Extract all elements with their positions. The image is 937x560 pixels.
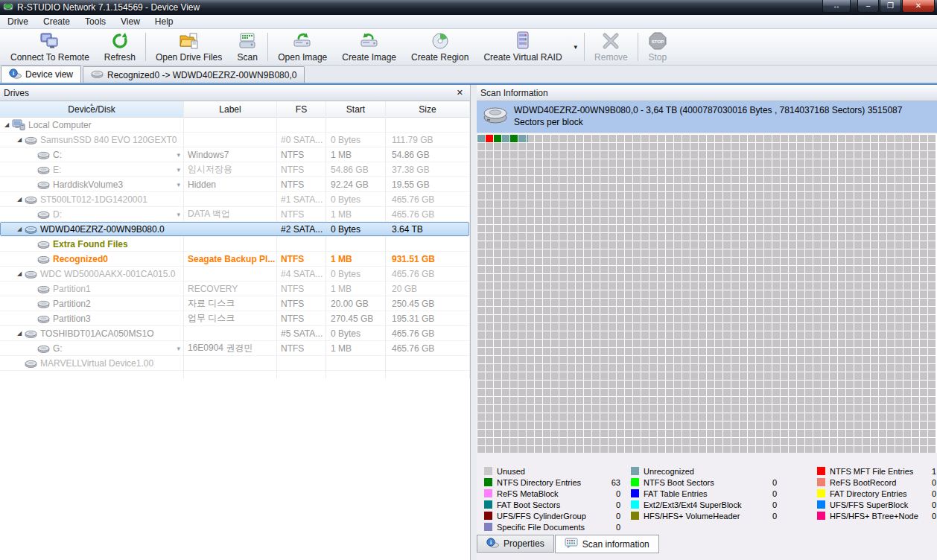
- remove-button[interactable]: Remove: [587, 29, 635, 65]
- drive-row-d[interactable]: D:▾DATA 백업NTFS1 MB465.76 GB: [0, 207, 470, 222]
- scan-block-unscanned: [772, 249, 780, 257]
- volume-dropdown-icon[interactable]: ▾: [177, 211, 180, 218]
- scan-block-unscanned: [830, 421, 837, 429]
- scan-block-unscanned: [789, 258, 796, 265]
- scan-block-unscanned: [699, 135, 706, 142]
- drive-row-marvellvirtual-device1-00[interactable]: MARVELLVirtual Device1.00: [0, 356, 470, 371]
- disk-icon: [37, 284, 50, 293]
- volume-dropdown-icon[interactable]: ▾: [177, 345, 180, 352]
- column-header-label[interactable]: Label: [184, 101, 277, 117]
- drive-row-wdwd40ezrz-00wn9b080-0[interactable]: ◢WDWD40EZRZ-00WN9B080.0#2 SATA...0 Bytes…: [0, 222, 470, 237]
- bottom-tab-scan-information[interactable]: Scan information: [555, 535, 659, 553]
- drive-row-e[interactable]: E:▾임시저장용NTFS54.86 GB37.38 GB: [0, 162, 470, 177]
- scan-block-unscanned: [641, 209, 649, 216]
- scan-block-unscanned: [887, 258, 895, 265]
- scan-block-unscanned: [510, 307, 518, 314]
- drive-row-partition1[interactable]: Partition1RECOVERYNTFS1 MB20 GB: [0, 281, 470, 296]
- create-region-button[interactable]: Create Region: [404, 29, 476, 65]
- scan-block-unscanned: [666, 381, 673, 388]
- volume-dropdown-icon[interactable]: ▾: [177, 166, 180, 174]
- drive-row-local-computer[interactable]: ◢Local Computer: [0, 118, 470, 133]
- scan-block-unscanned: [830, 151, 837, 159]
- scan-block-unscanned: [592, 274, 600, 281]
- open-drive-files-button[interactable]: Open Drive Files: [148, 29, 229, 65]
- view-tab-device-view[interactable]: iDevice view: [1, 66, 81, 83]
- window-close-button[interactable]: ✕: [902, 0, 935, 13]
- connect-to-remote-button[interactable]: Connect To Remote: [3, 29, 97, 65]
- tree-expander-icon[interactable]: ◢: [16, 196, 23, 203]
- scan-blocks-grid[interactable]: [477, 134, 937, 453]
- scan-block-unscanned: [682, 266, 690, 273]
- window-minimize-button[interactable]: –: [857, 0, 879, 13]
- scan-block-unscanned: [928, 135, 936, 142]
- drive-row-extra-found-files[interactable]: Extra Found Files: [0, 237, 470, 252]
- drive-row-st500lt012-1dg1420001[interactable]: ◢ST500LT012-1DG1420001#1 SATA...0 Bytes4…: [0, 192, 470, 207]
- scan-block-unscanned: [658, 274, 665, 281]
- drive-row-partition2[interactable]: Partition2자료 디스크NTFS20.00 GB250.45 GB: [0, 296, 470, 311]
- view-tab-recognized0[interactable]: Recognized0 -> WDWD40EZRZ-00WN9B080,0: [83, 66, 305, 83]
- volume-dropdown-icon[interactable]: ▾: [177, 181, 180, 188]
- scan-block-unscanned: [527, 331, 534, 339]
- scan-button[interactable]: Scan: [229, 29, 265, 65]
- scan-block-unscanned: [838, 266, 845, 273]
- scan-block-unscanned: [813, 381, 821, 388]
- scan-block-unscanned: [699, 323, 706, 331]
- window-resize-button[interactable]: ↔: [822, 0, 851, 13]
- scan-block-unscanned: [625, 397, 632, 404]
- tree-expander-icon[interactable]: ◢: [16, 330, 23, 337]
- create-virtual-raid-dropdown-arrow[interactable]: ▾: [570, 43, 582, 51]
- scan-block-unscanned: [502, 184, 509, 191]
- panel-splitter[interactable]: [471, 85, 477, 560]
- create-image-button[interactable]: Create Image: [334, 29, 404, 65]
- scan-block-unscanned: [846, 389, 854, 396]
- menu-tools[interactable]: Tools: [77, 15, 113, 28]
- menu-drive[interactable]: Drive: [0, 15, 36, 28]
- legend-item-fat-directory-entries: FAT Directory Entries0: [817, 488, 937, 499]
- drive-row-recognized0[interactable]: Recognized0Seagate Backup Pl...NTFS1 MB9…: [0, 252, 470, 267]
- column-header-start[interactable]: Start: [326, 101, 386, 117]
- scan-block-unscanned: [838, 381, 845, 388]
- menu-view[interactable]: View: [113, 15, 147, 28]
- bottom-tab-properties[interactable]: iProperties: [477, 535, 554, 553]
- column-header-fs[interactable]: FS: [277, 101, 326, 117]
- tree-expander-icon[interactable]: ◢: [3, 121, 10, 128]
- scan-block-unscanned: [912, 446, 919, 453]
- scan-block-unscanned: [649, 389, 657, 396]
- tree-expander-icon[interactable]: ◢: [16, 226, 23, 232]
- column-header-size[interactable]: Size: [386, 101, 470, 117]
- window-restore-button[interactable]: ❐: [880, 0, 901, 13]
- scan-block-unscanned: [731, 176, 739, 183]
- scan-block-unscanned: [863, 340, 870, 347]
- scan-block-unscanned: [879, 364, 886, 372]
- scan-block-unscanned: [871, 176, 878, 183]
- scan-block-unscanned: [510, 168, 518, 175]
- drive-row-g[interactable]: G:▾16E0904 권경민NTFS1 MB465.76 GB: [0, 341, 470, 356]
- refresh-icon: [111, 31, 129, 51]
- drive-row-c[interactable]: C:▾Windows7NTFS1 MB54.86 GB: [0, 147, 470, 162]
- scan-block-unscanned: [903, 135, 911, 142]
- scan-block-unscanned: [781, 340, 788, 347]
- tree-expander-icon[interactable]: ◢: [16, 270, 23, 277]
- drives-panel-close-icon[interactable]: ✕: [454, 88, 466, 98]
- scan-block-unscanned: [633, 364, 641, 372]
- menu-help[interactable]: Help: [147, 15, 181, 28]
- volume-dropdown-icon[interactable]: ▾: [177, 151, 180, 159]
- scan-block-unscanned: [641, 430, 649, 437]
- tree-expander-icon[interactable]: ◢: [16, 136, 23, 143]
- menu-create[interactable]: Create: [36, 15, 77, 28]
- drive-row-wdc-wd5000aakx-001ca015-0[interactable]: ◢WDC WD5000AAKX-001CA015.0#4 SATA...0 By…: [0, 267, 470, 281]
- refresh-button[interactable]: Refresh: [97, 29, 143, 65]
- drive-row-samsunssd-840-evo-120gext0[interactable]: ◢SamsunSSD 840 EVO 120GEXT0#0 SATA...0 B…: [0, 133, 470, 147]
- scan-block-unscanned: [756, 430, 763, 437]
- open-image-button[interactable]: Open Image: [270, 29, 334, 65]
- scan-block-unscanned: [813, 356, 821, 363]
- drive-row-harddiskvolume3[interactable]: HarddiskVolume3▾HiddenNTFS92.24 GB19.55 …: [0, 177, 470, 192]
- column-header-devicedisk[interactable]: ▴Device/Disk: [0, 101, 184, 117]
- drive-row-partition3[interactable]: Partition3업무 디스크NTFS270.45 GB195.31 GB: [0, 311, 470, 326]
- scan-block-unscanned: [543, 307, 550, 314]
- drive-row-toshibdt01aca050ms1o[interactable]: ◢TOSHIBDT01ACA050MS1O#5 SATA...0 Bytes46…: [0, 326, 470, 341]
- scan-block-unscanned: [518, 266, 526, 273]
- scan-block-unscanned: [789, 405, 796, 413]
- stop-button[interactable]: STOPStop: [641, 29, 675, 65]
- create-virtual-raid-button[interactable]: Create Virtual RAID: [476, 29, 569, 65]
